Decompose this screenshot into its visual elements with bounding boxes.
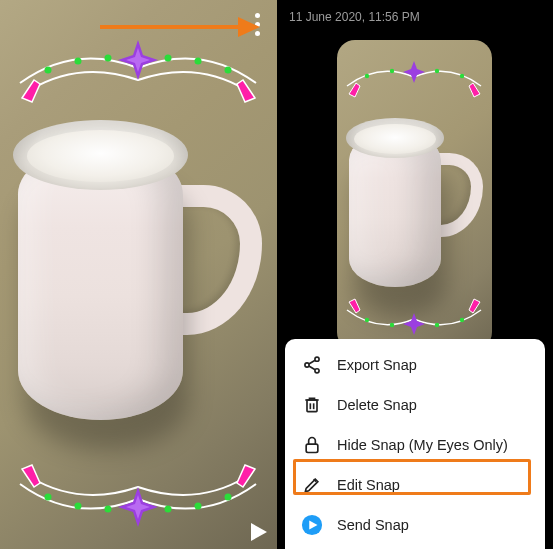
menu-label: Export Snap — [337, 357, 417, 373]
svg-point-23 — [365, 318, 369, 322]
edit-snap-row[interactable]: Edit Snap — [285, 465, 545, 505]
svg-point-20 — [435, 69, 439, 73]
export-snap-row[interactable]: Export Snap — [285, 345, 545, 385]
send-snap-row[interactable]: Send Snap — [285, 505, 545, 545]
menu-label: Send Snap — [337, 517, 409, 533]
svg-point-18 — [365, 74, 369, 78]
snap-timestamp: 11 June 2020, 11:56 PM — [289, 10, 420, 24]
svg-marker-22 — [403, 61, 425, 83]
pencil-icon — [301, 474, 323, 496]
send-icon[interactable] — [251, 523, 267, 541]
send-circle-icon — [301, 514, 323, 536]
menu-label: Edit Snap — [337, 477, 400, 493]
svg-marker-27 — [403, 313, 425, 335]
snap-preview-screen — [0, 0, 277, 549]
snap-thumbnail[interactable] — [337, 40, 492, 350]
svg-line-32 — [309, 366, 315, 370]
action-sheet: Export Snap Delete Snap Hide Snap (My Ey… — [285, 339, 545, 549]
snap-detail-screen: 11 June 2020, 11:56 PM — [277, 0, 553, 549]
svg-point-30 — [315, 369, 319, 373]
trash-icon — [301, 394, 323, 416]
svg-rect-36 — [306, 444, 318, 452]
svg-point-28 — [315, 357, 319, 361]
menu-label: Hide Snap (My Eyes Only) — [337, 437, 508, 453]
delete-snap-row[interactable]: Delete Snap — [285, 385, 545, 425]
snap-photo — [0, 0, 277, 549]
menu-label: Delete Snap — [337, 397, 417, 413]
svg-line-31 — [309, 360, 315, 364]
share-icon — [301, 354, 323, 376]
svg-point-21 — [460, 74, 464, 78]
svg-point-24 — [390, 323, 394, 327]
svg-point-29 — [305, 363, 309, 367]
svg-point-19 — [390, 69, 394, 73]
svg-point-26 — [460, 318, 464, 322]
svg-rect-33 — [307, 400, 317, 412]
svg-point-25 — [435, 323, 439, 327]
lock-icon — [301, 434, 323, 456]
more-options-icon[interactable] — [243, 6, 271, 42]
hide-snap-row[interactable]: Hide Snap (My Eyes Only) — [285, 425, 545, 465]
